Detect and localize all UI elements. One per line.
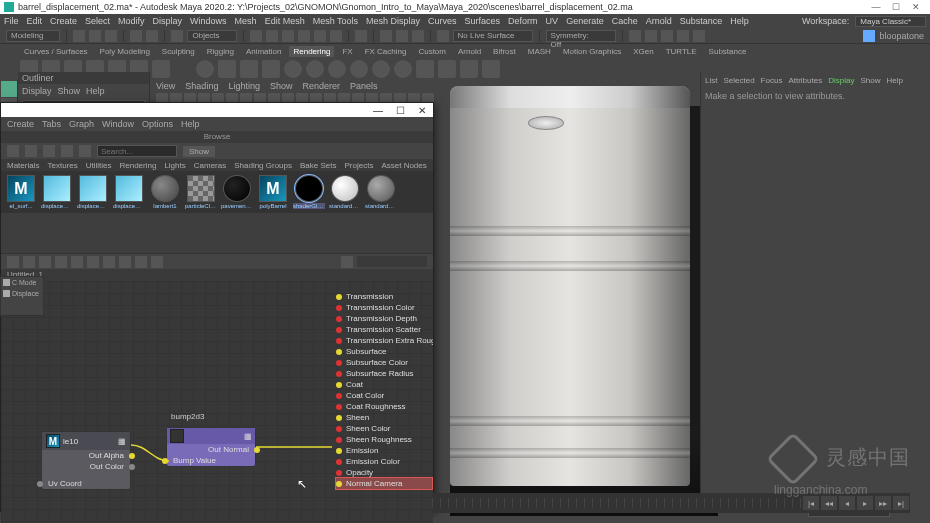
shader-attr-emission-color[interactable]: Emission Color bbox=[336, 456, 432, 467]
shader-attr-sheen[interactable]: Sheen bbox=[336, 412, 432, 423]
outliner-menu-display[interactable]: Display bbox=[22, 86, 52, 96]
menu-select[interactable]: Select bbox=[85, 16, 110, 26]
menu-deform[interactable]: Deform bbox=[508, 16, 538, 26]
shelf-material-red-icon[interactable] bbox=[284, 60, 302, 78]
hs-tab-projects[interactable]: Projects bbox=[345, 161, 374, 170]
shelf-tab-bifrost[interactable]: Bifrost bbox=[489, 46, 520, 57]
menu-meshdisplay[interactable]: Mesh Display bbox=[366, 16, 420, 26]
menu-generate[interactable]: Generate bbox=[566, 16, 604, 26]
graph-rearrange-icon[interactable] bbox=[23, 256, 35, 268]
shelf-tab-fxcache[interactable]: FX Caching bbox=[361, 46, 411, 57]
menu-uv[interactable]: UV bbox=[546, 16, 559, 26]
construct-hist-icon[interactable] bbox=[355, 30, 367, 42]
hs-menu-help[interactable]: Help bbox=[181, 119, 200, 129]
shader-attr-transmission[interactable]: Transmission bbox=[336, 291, 432, 302]
window-minimize-button[interactable]: — bbox=[866, 2, 886, 12]
new-scene-icon[interactable] bbox=[73, 30, 85, 42]
shelf-material-black-icon[interactable] bbox=[372, 60, 390, 78]
swatch-item[interactable]: shaderGlow1 bbox=[293, 175, 325, 209]
redo-icon[interactable] bbox=[146, 30, 158, 42]
quick-layout-icon[interactable] bbox=[629, 30, 641, 42]
shader-attr-coat-roughness[interactable]: Coat Roughness bbox=[336, 401, 432, 412]
shelf-tab-turtle[interactable]: TURTLE bbox=[662, 46, 701, 57]
workspace-dropdown[interactable]: Maya Classic* bbox=[855, 16, 926, 27]
menu-substance[interactable]: Substance bbox=[680, 16, 723, 26]
menu-curves[interactable]: Curves bbox=[428, 16, 457, 26]
hs-tab-bakesets[interactable]: Bake Sets bbox=[300, 161, 336, 170]
menu-arnold[interactable]: Arnold bbox=[646, 16, 672, 26]
shelf-icon[interactable] bbox=[240, 60, 258, 78]
menu-display[interactable]: Display bbox=[153, 16, 183, 26]
swatch-item[interactable]: standardSu... bbox=[329, 175, 361, 209]
snap-view-icon[interactable] bbox=[314, 30, 326, 42]
shelf-material-white-icon[interactable] bbox=[350, 60, 368, 78]
hs-close-button[interactable]: ✕ bbox=[415, 105, 429, 116]
graph-clear-icon[interactable] bbox=[7, 256, 19, 268]
render-settings-icon[interactable] bbox=[412, 30, 424, 42]
attr-editor-icon[interactable] bbox=[693, 30, 705, 42]
shelf-tab-sculpt[interactable]: Sculpting bbox=[158, 46, 199, 57]
swatch-item[interactable]: Mel_surf... bbox=[5, 175, 37, 209]
render-view[interactable] bbox=[450, 106, 718, 516]
live-surface-dropdown[interactable]: No Live Surface bbox=[453, 30, 533, 42]
hs-tab-shadinggroups[interactable]: Shading Groups bbox=[234, 161, 292, 170]
account-icon[interactable] bbox=[863, 30, 875, 42]
hs-thumb-small-icon[interactable] bbox=[25, 145, 37, 157]
ch-box-icon[interactable] bbox=[661, 30, 673, 42]
panel-layout-icon[interactable] bbox=[645, 30, 657, 42]
ae-tab-show[interactable]: Show bbox=[860, 76, 880, 85]
swatch-item[interactable]: lambert1 bbox=[149, 175, 181, 209]
port-out-color[interactable]: Out Color bbox=[42, 461, 130, 472]
menu-cache[interactable]: Cache bbox=[612, 16, 638, 26]
menu-file[interactable]: File bbox=[4, 16, 19, 26]
shelf-tab-xgen[interactable]: XGen bbox=[629, 46, 657, 57]
snap-curve-icon[interactable] bbox=[266, 30, 278, 42]
shader-attr-sheen-color[interactable]: Sheen Color bbox=[336, 423, 432, 434]
vp-menu-lighting[interactable]: Lighting bbox=[228, 81, 260, 91]
shader-attr-subsurface-radius[interactable]: Subsurface Radius bbox=[336, 368, 432, 379]
menu-create[interactable]: Create bbox=[50, 16, 77, 26]
shelf-tab-substance[interactable]: Substance bbox=[705, 46, 751, 57]
hs-show-button[interactable]: Show bbox=[183, 146, 215, 157]
hs-menu-window[interactable]: Window bbox=[102, 119, 134, 129]
shelf-material-green-icon[interactable] bbox=[328, 60, 346, 78]
hs-tab-rendering[interactable]: Rendering bbox=[119, 161, 156, 170]
swatch-item[interactable]: standardSu... bbox=[365, 175, 397, 209]
shader-attr-normal-camera[interactable]: Normal Camera bbox=[336, 478, 432, 489]
hs-sort-icon[interactable] bbox=[61, 145, 73, 157]
swatch-item[interactable]: displaceme... bbox=[41, 175, 73, 209]
swatch-item[interactable]: displaceme... bbox=[77, 175, 109, 209]
menuset-dropdown[interactable]: Modeling bbox=[6, 30, 60, 42]
shelf-material-yellow-icon[interactable] bbox=[306, 60, 324, 78]
hs-maximize-button[interactable]: ☐ bbox=[393, 105, 407, 116]
node-bump2d[interactable]: bump2d3 ▦ Out Normal Bump Value bbox=[166, 427, 256, 467]
hs-tab-utilities[interactable]: Utilities bbox=[86, 161, 112, 170]
checkbox-icon[interactable] bbox=[3, 290, 10, 297]
shelf-tab-poly[interactable]: Poly Modeling bbox=[96, 46, 154, 57]
vp-menu-panels[interactable]: Panels bbox=[350, 81, 378, 91]
hs-graph-tab[interactable]: Untitled_1 bbox=[1, 269, 433, 281]
graph-show-icon[interactable] bbox=[103, 256, 115, 268]
menu-meshtools[interactable]: Mesh Tools bbox=[313, 16, 358, 26]
hs-thumb-large-icon[interactable] bbox=[7, 145, 19, 157]
window-maximize-button[interactable]: ☐ bbox=[886, 2, 906, 12]
render-frame-icon[interactable] bbox=[380, 30, 392, 42]
shader-attr-coat-color[interactable]: Coat Color bbox=[336, 390, 432, 401]
hs-tab-materials[interactable]: Materials bbox=[7, 161, 39, 170]
swatch-item[interactable]: displaceme... bbox=[113, 175, 145, 209]
timeline-track[interactable] bbox=[432, 498, 802, 508]
hs-menu-tabs[interactable]: Tabs bbox=[42, 119, 61, 129]
swatch-item[interactable]: particleClo... bbox=[185, 175, 217, 209]
swatch-item[interactable]: pavement_s... bbox=[221, 175, 253, 209]
snap-plane-icon[interactable] bbox=[298, 30, 310, 42]
shelf-tab-rigging[interactable]: Rigging bbox=[203, 46, 238, 57]
graph-grid-icon[interactable] bbox=[341, 256, 353, 268]
hs-menu-create[interactable]: Create bbox=[7, 119, 34, 129]
graph-input-icon[interactable] bbox=[39, 256, 51, 268]
menu-surfaces[interactable]: Surfaces bbox=[465, 16, 501, 26]
hypershade-graph[interactable]: Mle10▦ Out Alpha Out Color Uv Coord bump… bbox=[1, 281, 433, 523]
ae-tab-focus[interactable]: Focus bbox=[761, 76, 783, 85]
node-file[interactable]: Mle10▦ Out Alpha Out Color Uv Coord bbox=[41, 431, 131, 490]
port-bump-value[interactable]: Bump Value bbox=[167, 455, 255, 466]
hs-tab-textures[interactable]: Textures bbox=[47, 161, 77, 170]
